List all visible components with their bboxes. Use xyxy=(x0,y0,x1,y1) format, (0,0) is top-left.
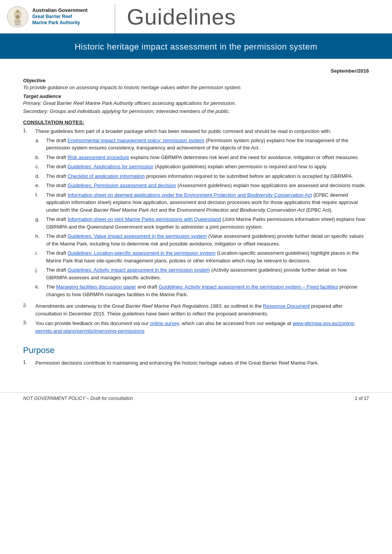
sub-item-content: The draft Environmental impact managemen… xyxy=(46,137,369,152)
target-audience-label: Target audience xyxy=(23,93,369,99)
svg-point-3 xyxy=(16,15,20,19)
list-alpha: h. xyxy=(35,232,46,247)
list-alpha: d. xyxy=(35,173,46,180)
government-crest-icon: CREST xyxy=(7,6,28,28)
date-line: September/2016 xyxy=(23,68,369,74)
list-item: g. The draft Information sheet on joint … xyxy=(35,216,369,231)
page-number: 1 of 17 xyxy=(355,396,369,401)
purpose-list: 1. Permission decisions contribute to ma… xyxy=(23,359,369,367)
sub-list: a. The draft Environmental impact manage… xyxy=(35,137,369,299)
link-online-survey[interactable]: online survey xyxy=(150,320,179,326)
sub-item-content: The draft Guidelines: Value impact asses… xyxy=(46,232,369,247)
svg-text:CREST: CREST xyxy=(15,23,21,26)
sub-item-content: The draft Checklist of application infor… xyxy=(46,173,369,180)
list-alpha: e. xyxy=(35,182,46,189)
main-content: September/2016 Objective To provide guid… xyxy=(0,59,392,377)
list-item: 2. Amendments are underway to the Great … xyxy=(23,302,369,317)
list-num: 1. xyxy=(23,359,35,367)
link-managing-facilities[interactable]: Managing facilities discussion paper xyxy=(56,284,136,290)
list-item: 1. These guidelines form part of a broad… xyxy=(23,128,369,300)
sub-item-content: The draft Information sheet on deemed ap… xyxy=(46,191,369,214)
authority-line1: Great Barrier Reef xyxy=(32,14,88,20)
sub-item-content: The Managing facilities discussion paper… xyxy=(46,283,369,298)
link-location-specific[interactable]: Guidelines: Location-specific assessment… xyxy=(68,250,216,256)
sub-item-content: The draft Guidelines: Applications for p… xyxy=(46,163,369,171)
list-item: 3. You can provide feedback on this docu… xyxy=(23,320,369,335)
sub-item-content: The draft Guidelines: Permission assessm… xyxy=(46,182,369,189)
sub-item-content: The draft Risk assessment procedure expl… xyxy=(46,154,369,161)
link-fixed-facilities[interactable]: Guidelines: Activity impact assessment i… xyxy=(159,284,338,290)
link-checklist[interactable]: Checklist of application information xyxy=(68,173,145,179)
page-footer: NOT GOVERNMENT POLICY – Draft for consul… xyxy=(0,392,392,404)
list-alpha: b. xyxy=(35,154,46,161)
list-item-content: These guidelines form part of a broader … xyxy=(35,128,369,300)
link-joint-marine[interactable]: Information sheet on joint Marine Parks … xyxy=(68,216,221,222)
banner-text: Historic heritage impact assessment in t… xyxy=(75,42,317,51)
link-value-impact[interactable]: Guidelines: Value impact assessment in t… xyxy=(68,233,207,239)
list-item: i. The draft Guidelines: Location-specif… xyxy=(35,249,369,264)
list-item: b. The draft Risk assessment procedure e… xyxy=(35,154,369,161)
logo-area: CREST Australian Government Great Barrie… xyxy=(0,4,115,33)
list-item: k. The Managing facilities discussion pa… xyxy=(35,283,369,298)
list-item: c. The draft Guidelines: Applications fo… xyxy=(35,163,369,171)
logo-text-block: Australian Government Great Barrier Reef… xyxy=(32,7,88,26)
sub-item-content: The draft Guidelines: Location-specific … xyxy=(46,249,369,264)
list-item: j. The draft Guidelines: Activity impact… xyxy=(35,266,369,281)
list-alpha: j. xyxy=(35,266,46,281)
list-num: 1. xyxy=(23,128,35,300)
list-alpha: c. xyxy=(35,163,46,171)
banner: Historic heritage impact assessment in t… xyxy=(0,35,392,59)
objective-text: To provide guidance on assessing impacts… xyxy=(23,85,369,90)
list-item: d. The draft Checklist of application in… xyxy=(35,173,369,180)
document-title-area: Guidelines xyxy=(115,4,392,33)
purpose-section: Purpose 1. Permission decisions contribu… xyxy=(23,345,369,367)
link-epbc[interactable]: Information sheet on deemed applications… xyxy=(68,192,312,198)
list-item: a. The draft Environmental impact manage… xyxy=(35,137,369,152)
list-alpha: g. xyxy=(35,216,46,231)
link-applications[interactable]: Guidelines: Applications for permission xyxy=(68,164,153,169)
main-numbered-list: 1. These guidelines form part of a broad… xyxy=(23,128,369,335)
guidelines-title: Guidelines xyxy=(127,4,236,30)
target-audience-line2: Secondary: Groups and individuals applyi… xyxy=(23,108,369,114)
svg-rect-4 xyxy=(15,20,21,23)
policy-note: NOT GOVERNMENT POLICY – Draft for consul… xyxy=(23,396,133,401)
link-risk-assessment[interactable]: Risk assessment procedure xyxy=(68,154,129,160)
link-webpage[interactable]: www.gbrmpa.gov.au/zoning-permits-and-pla… xyxy=(35,320,355,334)
sub-item-content: The draft Information sheet on joint Mar… xyxy=(46,216,369,231)
page-header: CREST Australian Government Great Barrie… xyxy=(0,0,392,35)
list-alpha: a. xyxy=(35,137,46,152)
list-item-content: You can provide feedback on this documen… xyxy=(35,320,369,335)
list-num: 2. xyxy=(23,302,35,317)
list-alpha: i. xyxy=(35,249,46,264)
list-item-content: Permission decisions contribute to maint… xyxy=(35,359,369,367)
authority-line2: Marine Park Authority xyxy=(32,20,88,26)
sub-item-content: The draft Guidelines: Activity impact as… xyxy=(46,266,369,281)
purpose-heading: Purpose xyxy=(23,345,369,355)
target-audience-line1: Primary: Great Barrier Reef Marine Park … xyxy=(23,100,369,106)
list-item: f. The draft Information sheet on deemed… xyxy=(35,191,369,214)
consultation-header: CONSULTATION NOTES: xyxy=(23,119,369,125)
list-item-content: Amendments are underway to the Great Bar… xyxy=(35,302,369,317)
list-alpha: k. xyxy=(35,283,46,298)
list-num: 3. xyxy=(23,320,35,335)
gov-name: Australian Government xyxy=(32,7,88,14)
link-activity-impact[interactable]: Guidelines: Activity impact assessment i… xyxy=(68,267,210,273)
list-item: 1. Permission decisions contribute to ma… xyxy=(23,359,369,367)
link-response-doc[interactable]: Response Document xyxy=(263,303,310,309)
list-item: h. The draft Guidelines: Value impact as… xyxy=(35,232,369,247)
link-assessment-decision[interactable]: Guidelines: Permission assessment and de… xyxy=(68,182,176,188)
list-alpha: f. xyxy=(35,191,46,214)
link-env-impact[interactable]: Environmental impact management policy: … xyxy=(68,138,204,143)
list-item: e. The draft Guidelines: Permission asse… xyxy=(35,182,369,189)
objective-label: Objective xyxy=(23,78,369,83)
list-item-text: These guidelines form part of a broader … xyxy=(35,128,331,134)
